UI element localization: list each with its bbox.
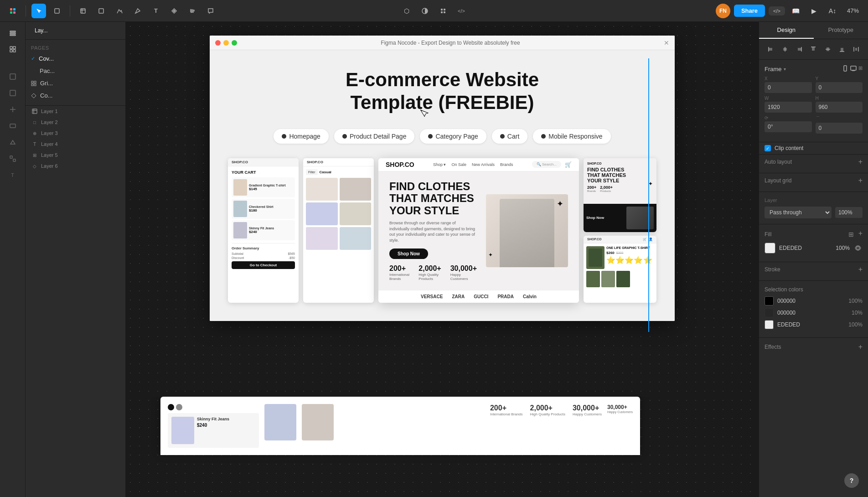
page-item-2[interactable]: Pac... (26, 65, 125, 77)
auto-layout-header: Auto layout + (765, 158, 863, 166)
pages-label: Pages (26, 43, 125, 52)
pill-homepage[interactable]: Homepage (274, 129, 329, 144)
contrast-button[interactable] (418, 4, 432, 18)
sidebar-item-7[interactable]: T (5, 168, 20, 182)
library-button[interactable] (436, 4, 450, 18)
sidebar-item-4[interactable] (5, 119, 20, 133)
product-detail-preview: SHOP.CO 🛒 👤 (584, 236, 656, 303)
fill-opacity-value: 100% (832, 245, 850, 251)
frame-tool-button[interactable] (76, 4, 90, 18)
move-tool-button[interactable] (31, 4, 46, 18)
svg-rect-17 (10, 35, 16, 36)
opacity-input[interactable] (835, 207, 863, 218)
canvas[interactable]: Figma Nocode - Export Design to Website … (126, 22, 759, 497)
layer-item-6[interactable]: ◇ Layer 6 (26, 160, 125, 171)
distribute-h-button[interactable] (850, 43, 863, 56)
w-input[interactable] (765, 102, 812, 113)
sidebar-item-6[interactable] (5, 151, 20, 166)
accessibility-button[interactable]: A↕ (825, 4, 840, 18)
svg-rect-26 (10, 124, 16, 128)
color-swatch-3[interactable] (765, 320, 774, 329)
effects-add-button[interactable]: + (858, 343, 863, 351)
pill-cart[interactable]: Cart (492, 129, 527, 144)
frame-mobile-icon[interactable] (842, 65, 848, 72)
color-swatch-1[interactable] (765, 296, 774, 305)
pen-tool-button[interactable] (130, 4, 145, 18)
minimize-control[interactable] (223, 40, 229, 46)
page-label-2: Pac... (40, 67, 55, 74)
clip-content-checkbox[interactable]: ✓ (765, 145, 771, 151)
rotation-input[interactable] (765, 121, 812, 132)
x-input[interactable] (765, 82, 812, 93)
toolbar: T ⬡ </> FN Share </> 📖 ▶ (0, 0, 868, 22)
align-center-h-button[interactable] (779, 43, 791, 56)
x-field-group: X (765, 76, 812, 93)
close-control[interactable] (215, 40, 221, 46)
component-sets-button[interactable]: ⬡ (399, 4, 414, 18)
help-button[interactable]: ? (844, 473, 859, 488)
align-left-button[interactable] (765, 43, 777, 56)
design-tab[interactable]: Design (759, 22, 814, 39)
fill-color-swatch[interactable] (765, 243, 775, 254)
corner-input[interactable] (816, 123, 863, 134)
pill-category[interactable]: Category Page (420, 129, 486, 144)
layers-icon[interactable] (5, 26, 20, 40)
blend-mode-select[interactable]: Pass through (765, 207, 832, 218)
fill-visibility-icon[interactable] (853, 243, 863, 253)
y-input[interactable] (816, 82, 863, 93)
frame-resize-icon[interactable]: ⊞ (858, 65, 863, 72)
active-check-icon: ✓ (31, 56, 35, 62)
align-bottom-button[interactable] (836, 43, 848, 56)
layout-grid-add-button[interactable]: + (858, 177, 863, 184)
figma-menu-button[interactable] (5, 4, 20, 18)
fill-add-button[interactable]: + (858, 230, 863, 239)
rect-tool-button[interactable] (94, 4, 108, 18)
code-mode-button[interactable]: </> (769, 6, 785, 16)
layers-tab[interactable]: Lay... (31, 26, 51, 36)
share-button[interactable]: Share (734, 5, 765, 17)
sidebar-item-2[interactable] (5, 86, 20, 100)
hero-title: FIND CLOTHES THAT MATCHES YOUR STYLE (389, 181, 477, 217)
page-item-cover[interactable]: ✓ Cov... (26, 52, 125, 65)
layers-panel: Lay... Pages ✓ Cov... Pac... Gri... (26, 22, 126, 497)
vector-tool-button[interactable] (112, 4, 127, 18)
prototype-tab[interactable]: Prototype (814, 22, 868, 39)
stroke-add-button[interactable]: + (858, 266, 863, 273)
play-button[interactable]: ▶ (807, 4, 822, 18)
align-top-button[interactable] (807, 43, 820, 56)
layer-item-1[interactable]: Layer 1 (26, 106, 125, 117)
close-icon[interactable]: ✕ (664, 39, 669, 47)
select-tool-button[interactable] (50, 4, 64, 18)
frame-window[interactable]: Figma Nocode - Export Design to Website … (210, 36, 675, 321)
sidebar-item-3[interactable] (5, 102, 20, 117)
maximize-control[interactable] (232, 40, 237, 46)
layer-item-2[interactable]: □ Layer 2 (26, 117, 125, 128)
frame-desktop-icon[interactable] (850, 65, 857, 72)
page-item-grid[interactable]: Gri... (26, 77, 125, 89)
align-middle-button[interactable] (822, 43, 834, 56)
layer-item-3[interactable]: ⊕ Layer 3 (26, 128, 125, 139)
hand-tool-button[interactable] (185, 4, 200, 18)
component-tool-button[interactable] (167, 4, 181, 18)
layer-img-icon: ⊞ (31, 151, 38, 159)
align-right-button[interactable] (793, 43, 806, 56)
layer-item-5[interactable]: ⊞ Layer 5 (26, 150, 125, 160)
text-tool-button[interactable]: T (149, 4, 163, 18)
zoom-level[interactable]: 47% (843, 5, 863, 16)
layer-item-4[interactable]: T Layer 4 (26, 139, 125, 150)
color-swatch-2[interactable] (765, 308, 774, 317)
page-item-components[interactable]: Co... (26, 89, 125, 102)
book-button[interactable]: 📖 (789, 4, 803, 18)
pill-mobile[interactable]: Mobile Responsive (533, 129, 610, 144)
auto-layout-add-button[interactable]: + (858, 158, 863, 166)
comment-tool-button[interactable] (203, 4, 218, 18)
pill-pdp[interactable]: Product Detail Page (334, 129, 415, 144)
shop-now-button[interactable]: Shop Now (389, 248, 428, 259)
assets-icon[interactable] (5, 42, 20, 57)
pill-dot-5 (541, 134, 546, 139)
h-input[interactable] (816, 102, 863, 113)
sidebar-item-1[interactable] (5, 69, 20, 84)
fill-grid-icon[interactable]: ⊞ (847, 230, 856, 239)
sidebar-item-5[interactable] (5, 135, 20, 150)
code-view-button[interactable]: </> (454, 4, 469, 18)
